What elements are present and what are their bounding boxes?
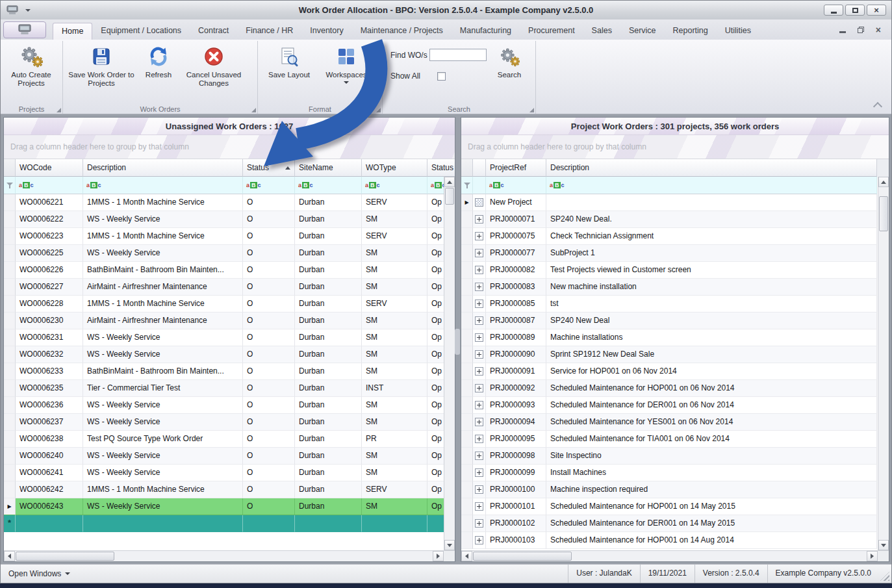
cancel-unsaved-changes-button[interactable]: Cancel Unsaved Changes [180,42,248,105]
dialog-launcher-icon[interactable] [56,107,61,112]
work-order-row[interactable]: WO00062281MMS - 1 Month Machine ServiceO… [4,296,444,313]
project-row[interactable]: PRJ0000085tst [461,296,877,313]
search-button[interactable]: Search [489,42,529,105]
work-order-row[interactable]: WO0006226BathBinMaint - Bathroom Bin Mai… [4,262,444,279]
work-order-row[interactable]: WO0006236WS - Weekly ServiceODurbanSMOp [4,397,444,414]
right-vertical-scrollbar[interactable] [878,177,889,550]
column-header-description[interactable]: Description [83,159,243,177]
expand-icon[interactable] [475,300,483,308]
expand-icon[interactable] [475,468,483,477]
save-layout-button[interactable]: Save Layout [261,42,318,105]
scroll-right-button[interactable] [867,551,878,561]
left-group-by-area[interactable]: Drag a column header here to group by th… [4,135,455,159]
tab-maintenance-projects[interactable]: Maintenance / Projects [352,23,452,40]
column-header-wotype[interactable]: WOType [362,159,427,177]
scroll-down-button[interactable] [444,540,455,550]
project-row[interactable]: PRJ0000100Machine inspection required [461,481,877,498]
project-row[interactable]: PRJ0000093Scheduled Maintenance for DER0… [461,397,877,414]
work-order-row[interactable]: WO0006238Test PQ Source Type Work OrderO… [4,431,444,448]
work-order-row[interactable]: WO0006237WS - Weekly ServiceODurbanSMOp [4,414,444,431]
project-row[interactable]: PRJ0000083New machine installation [461,279,877,296]
expand-icon[interactable] [475,435,483,443]
right-group-by-area[interactable]: Drag a column header here to group by th… [461,135,889,159]
filter-cell-wotype[interactable]: aBc [362,177,427,194]
filter-cell-description[interactable]: aBc [83,177,243,194]
tab-service[interactable]: Service [620,23,665,40]
scroll-thumb[interactable] [879,196,888,231]
project-row[interactable]: PRJ0000103Scheduled Maintenance for HOP0… [461,532,877,549]
tab-finance-hr[interactable]: Finance / HR [237,23,301,40]
scroll-thumb[interactable] [445,188,454,205]
expand-icon[interactable] [475,452,483,460]
find-wos-input[interactable] [429,49,487,61]
scroll-thumb[interactable] [16,552,114,561]
filter-cell-status[interactable]: aBc [243,177,295,194]
column-header-wocode[interactable]: WOCode [16,159,83,177]
work-order-row[interactable]: WO0006231WS - Weekly ServiceODurbanSMOp [4,329,444,346]
column-header-description[interactable]: Description [546,159,877,177]
collapse-ribbon-icon[interactable] [873,102,882,111]
work-order-row[interactable]: WO00062211MMS - 1 Month Machine ServiceO… [4,194,444,211]
work-order-row[interactable]: WO0006233BathBinMaint - Bathroom Bin Mai… [4,363,444,380]
work-order-row[interactable]: ▶WO0006243WS - Weekly ServiceODurbanSMOp [4,498,444,515]
close-button[interactable]: × [867,5,886,16]
open-windows-button[interactable]: Open Windows [1,565,78,583]
scroll-track[interactable] [15,551,433,561]
expand-icon[interactable] [475,215,483,224]
work-order-row[interactable]: WO0006232WS - Weekly ServiceODurbanSMOp [4,346,444,363]
work-order-row[interactable]: WO0006241WS - Weekly ServiceODurbanSMOp [4,465,444,481]
scroll-right-button[interactable] [433,551,444,561]
mdi-minimize-icon[interactable] [839,31,846,33]
auto-create-projects-button[interactable]: Auto Create Projects [3,42,59,105]
project-row[interactable]: PRJ0000095Scheduled Maintenance for TIA0… [461,431,877,448]
dialog-launcher-icon[interactable] [251,107,256,112]
project-row[interactable]: PRJ0000091Service for HOP001 on 06 Nov 2… [461,363,877,380]
expand-icon[interactable] [475,401,483,409]
new-project-icon[interactable] [475,198,483,207]
project-row[interactable]: PRJ0000098Site Inspectino [461,448,877,465]
tab-home[interactable]: Home [53,23,92,40]
mdi-restore-icon[interactable] [858,27,864,33]
project-row[interactable]: PRJ0000082Test Projects viewed in Custom… [461,262,877,279]
scroll-up-button[interactable] [444,177,455,187]
refresh-button[interactable]: Refresh [137,42,180,105]
scroll-up-button[interactable] [878,177,889,187]
project-row[interactable]: PRJ0000089Machine installations [461,329,877,346]
project-row[interactable]: PRJ0000090Sprint SP1912 New Deal Sale [461,346,877,363]
scroll-left-button[interactable] [461,551,472,561]
mdi-close-icon[interactable]: × [876,25,881,34]
project-row[interactable]: PRJ0000094Scheduled Maintenance for YES0… [461,414,877,431]
expand-icon[interactable] [475,266,483,274]
scroll-left-button[interactable] [4,551,15,561]
resize-grip[interactable] [880,572,889,581]
tab-equipment-locations[interactable]: Equipment / Locations [92,23,190,40]
tab-sales[interactable]: Sales [583,23,620,40]
work-order-row[interactable]: WO0006230AirMaint - Airfreshner Maintena… [4,313,444,329]
expand-icon[interactable] [475,384,483,392]
filter-cell-projectref[interactable]: aBc [486,177,546,194]
filter-cell-description[interactable]: aBc [546,177,877,194]
work-order-row[interactable]: WO00062421MMS - 1 Month Machine ServiceO… [4,481,444,498]
expand-icon[interactable] [475,316,483,325]
work-order-row[interactable]: WO0006235Tier - Commercial Tier TestODur… [4,380,444,397]
expand-icon[interactable] [475,283,483,291]
new-project-row[interactable]: ▶New Project [461,194,877,211]
quick-access-caret-icon[interactable] [25,9,31,12]
column-header-status-2[interactable]: Status [427,159,455,177]
filter-cell-wocode[interactable]: aBc [16,177,83,194]
show-all-checkbox[interactable] [437,72,446,81]
dialog-launcher-icon[interactable] [376,107,381,112]
scroll-track[interactable] [472,551,867,561]
work-order-row[interactable]: WO0006227AirMaint - Airfreshner Maintena… [4,279,444,296]
tab-reporting[interactable]: Reporting [665,23,717,40]
right-horizontal-scrollbar[interactable] [461,550,889,561]
expand-icon[interactable] [475,367,483,376]
scroll-down-button[interactable] [878,540,889,550]
project-row[interactable]: PRJ0000101Scheduled Maintenance for HOP0… [461,498,877,515]
tab-procurement[interactable]: Procurement [520,23,583,40]
project-row[interactable]: PRJ0000077SubProject 1 [461,245,877,262]
tab-contract[interactable]: Contract [190,23,237,40]
save-work-order-button[interactable]: Save Work Order to Projects [66,42,137,105]
work-order-row[interactable]: WO0006240WS - Weekly ServiceODurbanSMOp [4,448,444,465]
expand-icon[interactable] [475,350,483,359]
